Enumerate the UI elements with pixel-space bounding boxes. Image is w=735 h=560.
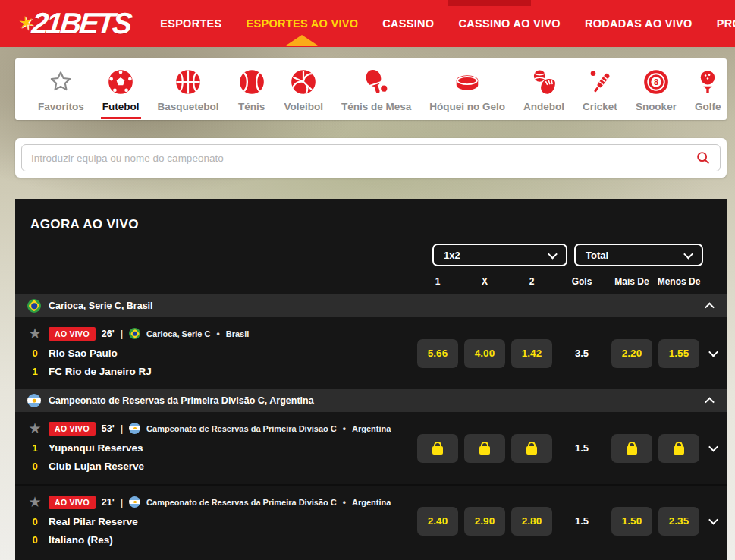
away-score: 0 xyxy=(27,534,42,546)
match-league: Campeonato de Reservas da Primeira Divis… xyxy=(146,498,337,507)
live-badge: AO VIVO xyxy=(49,327,96,341)
odds-row: 2.40 2.90 2.80 1.5 1.50 2.35 xyxy=(417,507,721,536)
sport-tab-basquetebol[interactable]: Basquetebol xyxy=(158,67,219,112)
match-row: ★ AO VIVO 26' | Carioca, Serie C • Brasi… xyxy=(15,317,727,389)
odd-button-over[interactable]: 2.20 xyxy=(611,339,652,368)
sport-tab-tenis[interactable]: Ténis xyxy=(237,67,266,112)
col-header-2: 2 xyxy=(529,276,535,287)
brazil-flag-icon xyxy=(129,328,140,339)
away-score: 0 xyxy=(27,461,42,472)
top-navbar: ✶ 21BETS ESPORTES ESPORTES AO VIVO CASSI… xyxy=(0,0,735,47)
odd-button-x[interactable]: 2.90 xyxy=(464,507,505,536)
chevron-down-icon xyxy=(548,249,558,259)
cricket-icon xyxy=(586,67,614,97)
favorite-star-icon[interactable]: ★ xyxy=(27,326,42,341)
odd-button-1[interactable]: 2.40 xyxy=(417,507,458,536)
sport-tab-andebol[interactable]: Andebol xyxy=(523,67,564,112)
logo[interactable]: ✶ 21BETS xyxy=(18,7,130,40)
hockey-puck-icon xyxy=(452,67,482,97)
golf-ball-icon xyxy=(695,67,721,97)
match-minute: 26' xyxy=(102,329,115,339)
sport-tab-snooker[interactable]: 8 Snooker xyxy=(636,67,677,112)
market-select-total[interactable]: Total xyxy=(574,244,703,266)
gols-value: 3.5 xyxy=(575,348,589,359)
nav-item-cassino-ao-vivo[interactable]: CASSINO AO VIVO xyxy=(458,2,560,46)
expand-match-icon[interactable] xyxy=(708,442,718,452)
nav-item-promocoes[interactable]: PROMOÇÕES xyxy=(717,2,735,46)
odd-button-2[interactable]: 2.80 xyxy=(511,507,552,536)
away-team-name: Italiano (Res) xyxy=(49,534,113,546)
svg-text:8: 8 xyxy=(654,77,658,87)
live-badge: AO VIVO xyxy=(49,422,96,436)
search-icon[interactable] xyxy=(695,149,711,169)
favorite-star-icon[interactable]: ★ xyxy=(27,421,42,436)
home-team-name: Yupanqui Reserves xyxy=(49,442,143,454)
sport-tab-cricket[interactable]: Cricket xyxy=(583,67,617,112)
home-score: 1 xyxy=(27,442,42,454)
expand-match-icon[interactable] xyxy=(708,348,718,357)
live-panel-title: AGORA AO VIVO xyxy=(30,217,727,232)
odd-button-over-locked[interactable] xyxy=(611,434,652,463)
odd-button-1-locked[interactable] xyxy=(417,434,458,463)
sport-tab-voleibol[interactable]: Voleibol xyxy=(284,67,324,112)
lock-icon xyxy=(432,446,443,455)
search-card xyxy=(15,138,727,178)
odd-button-x[interactable]: 4.00 xyxy=(464,339,505,368)
sport-tab-golfe[interactable]: Golfe xyxy=(695,67,721,112)
match-row: ★ AO VIVO 21' | Campeonato de Reservas d… xyxy=(15,484,727,556)
lock-icon xyxy=(674,446,684,455)
league-header-reservas-argentina[interactable]: Campeonato de Reservas da Primeira Divis… xyxy=(15,389,727,412)
match-league: Campeonato de Reservas da Primeira Divis… xyxy=(146,424,337,433)
argentina-flag-icon xyxy=(129,423,140,434)
argentina-flag-icon xyxy=(27,394,41,407)
sport-tab-tenis-de-mesa[interactable]: Ténis de Mesa xyxy=(341,67,411,112)
market-select-1x2[interactable]: 1x2 xyxy=(432,244,567,266)
home-score: 0 xyxy=(27,348,42,359)
basketball-icon xyxy=(174,67,203,97)
odds-row: 1.5 xyxy=(417,434,721,463)
odd-button-under-locked[interactable] xyxy=(658,434,699,463)
nav-item-esportes-ao-vivo[interactable]: ESPORTES AO VIVO xyxy=(247,2,359,46)
expand-match-icon[interactable] xyxy=(708,515,718,525)
match-country: Argentina xyxy=(352,498,391,507)
sport-tab-futebol[interactable]: Futebol xyxy=(102,67,140,112)
col-header-menos-de: Menos De xyxy=(658,276,701,287)
sport-tab-favoritos[interactable]: Favoritos xyxy=(38,67,84,112)
sport-tab-hoquei-no-gelo[interactable]: Hóquei no Gelo xyxy=(429,67,505,112)
nav-item-rodadas-ao-vivo[interactable]: RODADAS AO VIVO xyxy=(585,2,693,46)
favorite-star-icon[interactable]: ★ xyxy=(27,495,42,509)
league-header-carioca[interactable]: Carioca, Serie C, Brasil xyxy=(15,294,727,317)
odd-button-under[interactable]: 1.55 xyxy=(658,339,699,368)
main-nav: ESPORTES ESPORTES AO VIVO CASSINO CASSIN… xyxy=(148,2,735,46)
col-header-1: 1 xyxy=(435,276,441,287)
odd-button-1[interactable]: 5.66 xyxy=(417,339,458,368)
page: ✶ 21BETS ESPORTES ESPORTES AO VIVO CASSI… xyxy=(0,0,735,560)
gols-value: 1.5 xyxy=(575,442,589,454)
lock-icon xyxy=(479,446,490,455)
home-team-name: Rio Sao Paulo xyxy=(49,348,118,359)
argentina-flag-icon xyxy=(129,496,140,508)
odd-button-x-locked[interactable] xyxy=(464,434,505,463)
col-header-mais-de: Mais De xyxy=(614,276,649,287)
chevron-up-icon xyxy=(705,397,715,407)
odd-button-under[interactable]: 2.35 xyxy=(658,507,699,536)
match-row: ★ AO VIVO 53' | Campeonato de Reservas d… xyxy=(15,412,727,484)
market-selects: 1x2 Total xyxy=(15,244,727,266)
chevron-down-icon xyxy=(683,249,693,259)
odd-button-over[interactable]: 1.50 xyxy=(611,507,652,536)
match-country: Brasil xyxy=(226,329,250,338)
odds-column-headers: 1 X 2 Gols Mais De Menos De xyxy=(417,276,721,287)
snooker-ball-icon: 8 xyxy=(642,67,671,97)
volleyball-icon xyxy=(289,67,318,97)
handball-icon xyxy=(529,67,558,97)
odd-button-2-locked[interactable] xyxy=(511,434,552,463)
star-outline-icon xyxy=(48,67,74,97)
odd-button-2[interactable]: 1.42 xyxy=(511,339,552,368)
table-tennis-icon xyxy=(362,67,391,97)
chevron-up-icon xyxy=(705,302,715,312)
nav-item-esportes[interactable]: ESPORTES xyxy=(160,2,221,46)
lock-icon xyxy=(526,446,537,455)
nav-item-cassino[interactable]: CASSINO xyxy=(382,2,434,46)
search-input[interactable] xyxy=(21,144,721,171)
away-score: 1 xyxy=(27,366,42,377)
